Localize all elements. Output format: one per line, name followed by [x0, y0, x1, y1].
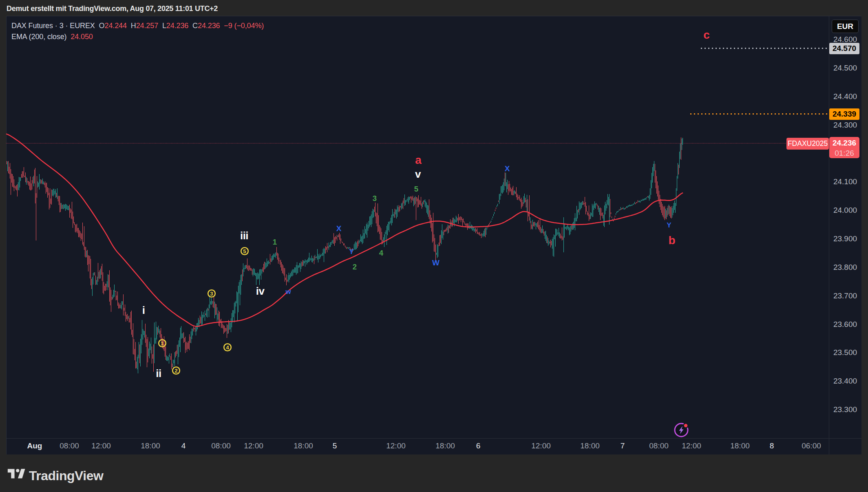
svg-text:4: 4 [226, 344, 229, 351]
svg-text:3: 3 [210, 291, 213, 297]
svg-text:5: 5 [243, 248, 246, 254]
svg-text:2: 2 [174, 368, 178, 374]
svg-text:1: 1 [161, 340, 164, 346]
